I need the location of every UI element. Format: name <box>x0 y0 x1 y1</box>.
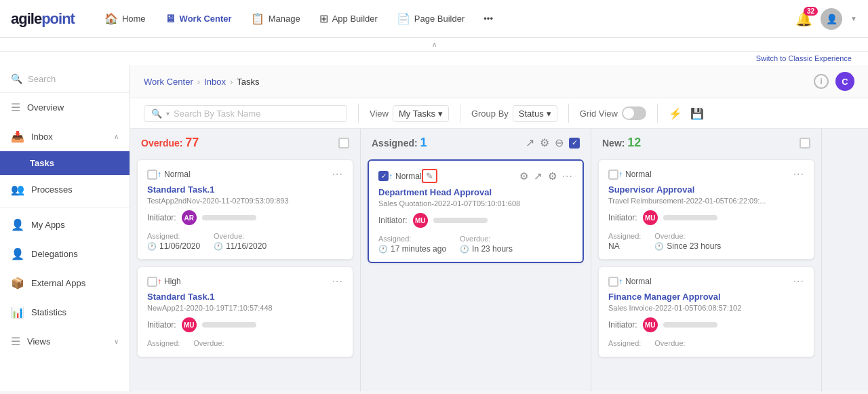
gridview-label: Grid View <box>580 109 618 119</box>
kanban-col-overdue-header: Overdue: 77 <box>130 129 360 157</box>
sidebar-search[interactable]: 🔍 Search <box>0 65 130 93</box>
gridview-toggle[interactable] <box>622 106 646 120</box>
breadcrumb-inbox[interactable]: Inbox <box>204 77 226 87</box>
card1-header: ↑ Normal ··· <box>147 168 343 180</box>
sidebar-tasks-label: Tasks <box>30 158 54 168</box>
new-col-checkbox[interactable] <box>800 138 810 149</box>
sidebar-item-delegations[interactable]: 👤 Delegations <box>0 239 130 269</box>
save-icon[interactable]: 💾 <box>690 107 704 120</box>
search-dropdown-icon[interactable]: ▾ <box>166 110 170 117</box>
card3-title[interactable]: Department Head Approval <box>378 187 573 197</box>
settings-icon[interactable]: ⚙ <box>540 136 549 149</box>
minus-icon[interactable]: ⊖ <box>555 136 564 149</box>
col-new-actions <box>800 138 810 149</box>
card4-initiator-bar <box>663 215 717 220</box>
card1-checkbox[interactable] <box>147 170 157 180</box>
breadcrumb-workcenter[interactable]: Work Center <box>144 77 193 87</box>
breadcrumb-sep-1: › <box>197 77 200 87</box>
card1-assigned-date: Assigned: 🕐 11/06/2020 <box>147 232 200 251</box>
card3-overdue-date-val: In 23 hours <box>472 244 513 254</box>
sidebar-search-label: Search <box>28 74 56 84</box>
card1-initiator-bar <box>202 215 256 220</box>
card1-menu-icon[interactable]: ··· <box>332 168 343 180</box>
card3-action1-icon[interactable]: ⚙ <box>519 170 528 182</box>
card5-title[interactable]: Finance Manager Approval <box>608 292 804 302</box>
card1-title[interactable]: Standard Task.1 <box>147 184 343 195</box>
card3-checkbox[interactable]: ✓ <box>378 171 389 181</box>
filter-icon[interactable]: ⚡ <box>669 107 682 120</box>
sidebar-item-processes[interactable]: 👥 Processes <box>0 175 130 204</box>
nav-manage[interactable]: 📋 Manage <box>243 8 309 29</box>
manage-icon: 📋 <box>251 12 264 25</box>
search-input[interactable]: Search By Task Name <box>174 109 340 119</box>
kanban-cards-assigned: ✓ ↑ Normal ✎ ⚙ ↗ ⚙ ··· <box>361 157 591 391</box>
view-dropdown[interactable]: My Tasks ▾ <box>393 105 449 122</box>
assigned-col-checkbox-checked[interactable]: ✓ <box>569 138 580 149</box>
nav-workcenter[interactable]: 🖥 Work Center <box>157 9 240 29</box>
card-standard-task-2[interactable]: ↑ High ··· Standard Task.1 NewApp21-2020… <box>137 267 353 357</box>
card5-header: ↑ Normal ··· <box>608 275 804 288</box>
content-area: Work Center › Inbox › Tasks i C 🔍 ▾ Sear… <box>130 65 868 391</box>
sidebar-item-views[interactable]: ☰ Views ∨ <box>0 327 130 356</box>
card4-checkbox[interactable] <box>608 170 618 180</box>
sidebar-item-tasks[interactable]: Tasks <box>0 151 130 175</box>
sidebar-group-inbox: 📥 Inbox ∧ Tasks <box>0 122 130 175</box>
card-finance-approval[interactable]: ↑ Normal ··· Finance Manager Approval Sa… <box>598 267 814 357</box>
toolbar: 🔍 ▾ Search By Task Name View My Tasks ▾ … <box>130 98 868 129</box>
sidebar-statistics-label: Statistics <box>31 307 66 317</box>
card3-action2-icon[interactable]: ↗ <box>534 170 542 182</box>
card1-assigned-value: 🕐 11/06/2020 <box>147 241 200 251</box>
classic-experience-link[interactable]: Switch to Classic Experience <box>756 54 852 62</box>
nav-more[interactable]: ••• <box>475 9 501 28</box>
sidebar-inbox-header[interactable]: 📥 Inbox ∧ <box>0 122 130 151</box>
card2-menu-icon[interactable]: ··· <box>332 275 343 288</box>
card5-menu-icon[interactable]: ··· <box>793 275 804 288</box>
logo[interactable]: agilepoint <box>11 10 75 28</box>
user-menu[interactable]: 👤 ▼ <box>821 8 857 30</box>
assigned-label-col: Assigned: <box>372 138 420 149</box>
card2-checkbox[interactable] <box>147 277 157 287</box>
view-group: View My Tasks ▾ <box>370 105 449 122</box>
col-assigned-actions: ↗ ⚙ ⊖ ✓ <box>526 136 580 149</box>
search-box[interactable]: 🔍 ▾ Search By Task Name <box>144 105 347 122</box>
card2-title[interactable]: Standard Task.1 <box>147 292 343 302</box>
card2-subtitle: NewApp21-2020-10-19T17:10:57:448 <box>147 304 343 312</box>
collapse-bar[interactable]: ∧ <box>0 38 868 52</box>
card3-menu-icon[interactable]: ··· <box>562 170 573 182</box>
card5-subtitle: Sales Invoice-2022-01-05T06:08:57:102 <box>608 304 804 312</box>
card4-title[interactable]: Supervisor Approval <box>608 184 804 195</box>
card3-action3-icon[interactable]: ⚙ <box>548 170 557 182</box>
card3-dates: Assigned: 🕐 17 minutes ago Overdue: 🕐 <box>378 235 573 254</box>
card-supervisor-approval[interactable]: ↑ Normal ··· Supervisor Approval Travel … <box>598 159 814 260</box>
breadcrumb: Work Center › Inbox › Tasks i C <box>130 65 868 98</box>
card-dept-head-approval[interactable]: ✓ ↑ Normal ✎ ⚙ ↗ ⚙ ··· <box>368 159 584 263</box>
card4-overdue-date-val: Since 23 hours <box>667 241 721 251</box>
card4-dates: Assigned: NA Overdue: 🕐 Since 23 hours <box>608 232 804 251</box>
card2-priority: ↑ High <box>157 277 181 286</box>
nav-pagebuilder[interactable]: 📄 Page Builder <box>389 8 473 29</box>
notification-button[interactable]: 🔔 32 <box>793 8 815 30</box>
overdue-col-checkbox[interactable] <box>338 138 349 149</box>
card3-initiator-avatar: MU <box>413 213 428 228</box>
card4-priority-icon: ↑ <box>618 170 623 179</box>
nav-home[interactable]: 🏠 Home <box>96 8 154 29</box>
user-avatar-breadcrumb[interactable]: C <box>835 72 854 91</box>
info-icon[interactable]: i <box>814 74 829 89</box>
kanban-col-assigned-title: Assigned: 1 <box>372 136 427 150</box>
nav-items: 🏠 Home 🖥 Work Center 📋 Manage ⊞ App Buil… <box>96 8 793 29</box>
card4-assigned-label: Assigned: <box>608 232 641 240</box>
edit-icon-box[interactable]: ✎ <box>422 169 437 183</box>
sidebar-processes-label: Processes <box>31 184 73 195</box>
groupby-dropdown[interactable]: Status ▾ <box>513 105 557 122</box>
card5-checkbox[interactable] <box>608 277 618 287</box>
sidebar-item-externalapps[interactable]: 📦 External Apps <box>0 269 130 298</box>
sidebar-item-statistics[interactable]: 📊 Statistics <box>0 298 130 327</box>
nav-appbuilder[interactable]: ⊞ App Builder <box>311 8 386 29</box>
sidebar-item-overview[interactable]: ☰ Overview <box>0 93 130 122</box>
sidebar-item-myapps[interactable]: 👤 My Apps <box>0 210 130 239</box>
card5-initiator: Initiator: MU <box>608 317 804 332</box>
export-icon[interactable]: ↗ <box>526 136 534 149</box>
card-standard-task-1[interactable]: ↑ Normal ··· Standard Task.1 TestApp2ndN… <box>137 159 353 260</box>
card4-menu-icon[interactable]: ··· <box>793 168 804 180</box>
nav-home-label: Home <box>122 14 146 24</box>
